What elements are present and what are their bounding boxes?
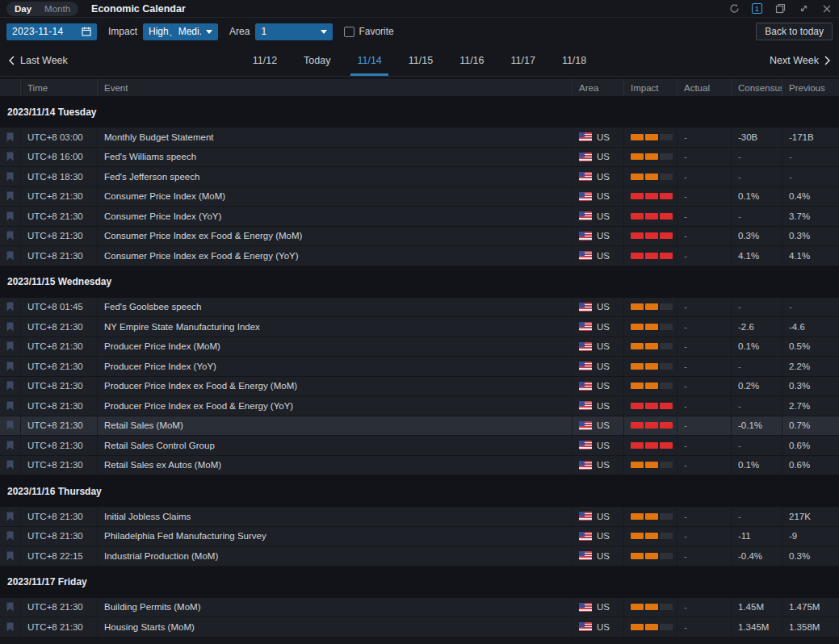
- last-week-button[interactable]: Last Week: [8, 45, 68, 76]
- event-row[interactable]: UTC+8 21:30Initial Jobless ClaimsUS--217…: [0, 507, 839, 527]
- bookmark-icon[interactable]: [6, 132, 14, 142]
- bookmark-icon[interactable]: [6, 191, 14, 201]
- bookmark-cell[interactable]: [0, 617, 20, 637]
- event-area: US: [572, 546, 623, 566]
- area-filter-dropdown[interactable]: 1: [255, 23, 333, 40]
- event-row[interactable]: UTC+8 21:30Housing Starts (MoM)US-1.345M…: [0, 617, 839, 638]
- bookmark-cell[interactable]: [0, 546, 20, 566]
- bookmark-icon[interactable]: [6, 441, 14, 450]
- duplicate-window-icon[interactable]: [774, 3, 786, 15]
- bookmark-icon[interactable]: [6, 362, 14, 371]
- event-row[interactable]: UTC+8 21:30Producer Price Index ex Food …: [0, 377, 839, 397]
- bookmark-icon[interactable]: [6, 551, 14, 561]
- event-row[interactable]: UTC+8 21:30Producer Price Index (YoY)US-…: [0, 357, 839, 377]
- bookmark-icon[interactable]: [6, 172, 14, 182]
- event-row[interactable]: UTC+8 21:30Retail Sales (MoM)US--0.1%0.7…: [0, 416, 839, 437]
- event-name: NY Empire State Manufacturing Index: [97, 317, 572, 337]
- event-row[interactable]: UTC+8 22:15Industrial Production (MoM)US…: [0, 546, 839, 567]
- bookmark-icon[interactable]: [6, 341, 14, 351]
- bookmark-icon[interactable]: [6, 531, 14, 541]
- linked-group-1-icon[interactable]: 1: [752, 3, 762, 14]
- bookmark-cell[interactable]: [0, 148, 20, 167]
- area-code: US: [597, 401, 610, 411]
- bookmark-icon[interactable]: [6, 401, 14, 411]
- bookmark-icon[interactable]: [6, 381, 14, 391]
- bookmark-cell[interactable]: [0, 246, 20, 266]
- event-row[interactable]: UTC+8 21:30Building Permits (MoM)US-1.45…: [0, 598, 839, 618]
- bookmark-cell[interactable]: [0, 377, 20, 396]
- bookmark-cell[interactable]: [0, 396, 20, 416]
- event-previous: 0.4%: [782, 187, 839, 207]
- bookmark-cell[interactable]: [0, 317, 20, 337]
- bookmark-cell[interactable]: [0, 357, 20, 376]
- bookmark-cell[interactable]: [0, 456, 20, 475]
- event-row[interactable]: UTC+8 18:30Fed's Jefferson speechUS---: [0, 167, 839, 187]
- impact-medium-indicator: [631, 324, 673, 330]
- bookmark-cell[interactable]: [0, 337, 20, 357]
- back-to-today-button[interactable]: Back to today: [756, 23, 833, 40]
- tab-month[interactable]: Month: [38, 4, 77, 14]
- next-week-button[interactable]: Next Week: [770, 45, 831, 76]
- event-row[interactable]: UTC+8 21:30Consumer Price Index ex Food …: [0, 246, 839, 266]
- event-time: UTC+8 21:30: [20, 436, 97, 455]
- bookmark-icon[interactable]: [6, 602, 14, 612]
- bookmark-cell[interactable]: [0, 436, 20, 455]
- impact-medium-indicator: [631, 343, 673, 349]
- bookmark-cell[interactable]: [0, 598, 20, 617]
- bookmark-icon[interactable]: [6, 420, 14, 430]
- event-row[interactable]: UTC+8 01:45Fed's Goolsbee speechUS---: [0, 298, 839, 318]
- close-icon[interactable]: [821, 3, 833, 15]
- bookmark-icon[interactable]: [6, 622, 14, 632]
- bookmark-icon[interactable]: [6, 512, 14, 521]
- event-row[interactable]: UTC+8 21:30Consumer Price Index ex Food …: [0, 227, 839, 247]
- event-row[interactable]: UTC+8 21:30Retail Sales Control GroupUS-…: [0, 436, 839, 456]
- bookmark-cell[interactable]: [0, 167, 20, 186]
- event-row[interactable]: UTC+8 21:30Retail Sales ex Autos (MoM)US…: [0, 456, 839, 476]
- event-row[interactable]: UTC+8 03:00Monthly Budget StatementUS--3…: [0, 128, 839, 148]
- event-row[interactable]: UTC+8 21:30Producer Price Index ex Food …: [0, 396, 839, 416]
- fullscreen-icon[interactable]: [798, 3, 809, 15]
- week-day-tab-11-12[interactable]: 11/12: [250, 45, 279, 76]
- bookmark-icon[interactable]: [6, 251, 14, 261]
- bookmark-cell[interactable]: [0, 128, 20, 147]
- week-day-tab-11-16[interactable]: 11/16: [457, 45, 486, 76]
- week-day-tab-11-18[interactable]: 11/18: [560, 45, 589, 76]
- bookmark-icon[interactable]: [6, 211, 14, 221]
- bookmark-cell[interactable]: [0, 507, 20, 526]
- page-title: Economic Calendar: [91, 3, 186, 15]
- date-group-label: 2023/11/15 Wednesday: [7, 276, 111, 287]
- date-picker[interactable]: 2023-11-14: [6, 23, 97, 40]
- event-name: Producer Price Index ex Food & Energy (M…: [97, 377, 572, 396]
- event-row[interactable]: UTC+8 21:30Philadelphia Fed Manufacturin…: [0, 527, 839, 547]
- bookmark-icon[interactable]: [6, 152, 14, 161]
- refresh-icon[interactable]: [728, 3, 740, 15]
- impact-filter-dropdown[interactable]: High、Medi...: [143, 23, 218, 40]
- bookmark-cell[interactable]: [0, 527, 20, 546]
- bookmark-icon[interactable]: [6, 460, 14, 470]
- event-area: US: [572, 357, 623, 376]
- event-impact: [623, 167, 677, 186]
- event-row[interactable]: UTC+8 21:30NY Empire State Manufacturing…: [0, 317, 839, 337]
- week-day-tab-11-17[interactable]: 11/17: [509, 45, 538, 76]
- bookmark-icon[interactable]: [6, 231, 14, 240]
- bookmark-icon[interactable]: [6, 322, 14, 332]
- event-row[interactable]: UTC+8 21:30Consumer Price Index (MoM)US-…: [0, 187, 839, 207]
- event-row[interactable]: UTC+8 16:00Fed's Williams speechUS---: [0, 148, 839, 168]
- favorite-checkbox[interactable]: [344, 27, 354, 37]
- week-day-tab-today[interactable]: Today: [301, 45, 333, 76]
- bookmark-cell[interactable]: [0, 187, 20, 207]
- bookmark-cell[interactable]: [0, 298, 20, 317]
- event-area: US: [572, 227, 623, 246]
- impact-medium-indicator: [631, 513, 673, 520]
- event-row[interactable]: UTC+8 21:30Consumer Price Index (YoY)US-…: [0, 207, 839, 227]
- week-day-tab-11-14[interactable]: 11/14: [354, 45, 384, 76]
- bookmark-cell[interactable]: [0, 227, 20, 246]
- event-name: Fed's Goolsbee speech: [97, 298, 572, 317]
- week-day-tab-11-15[interactable]: 11/15: [406, 45, 435, 76]
- bookmark-cell[interactable]: [0, 207, 20, 226]
- bookmark-cell[interactable]: [0, 416, 20, 436]
- event-row[interactable]: UTC+8 21:30Producer Price Index (MoM)US-…: [0, 337, 839, 358]
- bookmark-icon[interactable]: [6, 302, 14, 312]
- tab-day[interactable]: Day: [8, 4, 38, 14]
- favorite-toggle[interactable]: Favorite: [344, 26, 393, 37]
